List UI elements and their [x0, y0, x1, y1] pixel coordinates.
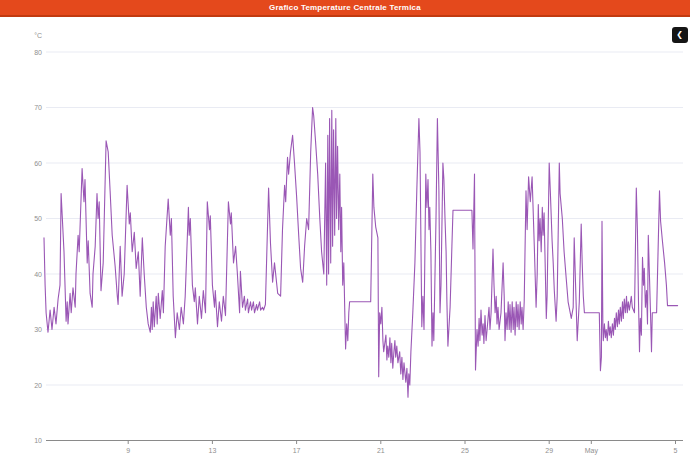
y-tick-label: 70 [34, 104, 42, 111]
x-tick-label: 9 [126, 447, 130, 454]
x-tick-label: 21 [377, 447, 385, 454]
x-tick-label: 17 [293, 447, 301, 454]
x-tick-label: 25 [461, 447, 469, 454]
y-tick-label: 40 [34, 271, 42, 278]
temperature-line-chart: 8070605040302010°C91317212529May5 [0, 0, 690, 464]
x-tick-label: 13 [209, 447, 217, 454]
y-tick-label: 50 [34, 215, 42, 222]
x-tick-label: 29 [545, 447, 553, 454]
temperature-series-line [44, 108, 678, 398]
app-window: Grafico Temperature Centrale Termica 807… [0, 0, 690, 464]
chevron-left-icon: ❮ [676, 31, 683, 39]
x-tick-label: 5 [674, 447, 678, 454]
y-tick-label: 30 [34, 326, 42, 333]
back-button[interactable]: ❮ [672, 27, 688, 43]
x-tick-label: May [585, 447, 599, 455]
y-tick-label: 20 [34, 382, 42, 389]
y-tick-label: 80 [34, 49, 42, 56]
y-tick-label: 10 [34, 437, 42, 444]
y-axis-unit-label: °C [34, 32, 42, 39]
y-tick-label: 60 [34, 160, 42, 167]
